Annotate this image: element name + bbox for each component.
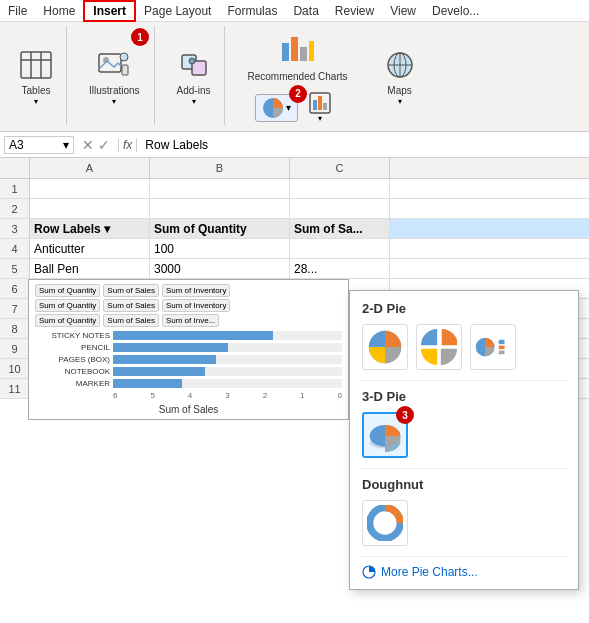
menu-data[interactable]: Data xyxy=(285,2,326,20)
pie-chart-dropdown-button[interactable]: ▾ 2 xyxy=(255,94,298,122)
cell-a5[interactable]: Ball Pen xyxy=(30,259,150,278)
legend-inv: Sum of Inventory xyxy=(162,284,230,297)
tables-label: Tables xyxy=(22,85,51,97)
col-header-b[interactable]: B xyxy=(150,158,290,178)
row-num: 10 xyxy=(0,359,30,378)
cell-ref-arrow: ▾ xyxy=(63,138,69,152)
illustrations-button[interactable]: Illustrations ▾ xyxy=(85,48,144,109)
svg-rect-26 xyxy=(499,340,505,344)
illustrations-icon xyxy=(98,51,130,83)
legend-qty2: Sum of Quantity xyxy=(35,299,100,312)
pie-2d-basic-option[interactable] xyxy=(362,324,408,370)
col-header-a[interactable]: A xyxy=(30,158,150,178)
chart-row-doughnut xyxy=(362,500,566,546)
legend-sales: Sum of Sales xyxy=(103,284,159,297)
ribbon: Tables ▾ 1 Illustrations ▾ xyxy=(0,22,589,132)
tables-icon xyxy=(20,51,52,83)
cell-a2[interactable] xyxy=(30,199,150,218)
menu-file[interactable]: File xyxy=(0,2,35,20)
chart-legend-row3: Sum of Quantity Sum of Sales Sum of Inve… xyxy=(35,314,342,327)
legend-qty: Sum of Quantity xyxy=(35,284,100,297)
maps-label: Maps xyxy=(387,85,411,97)
svg-rect-13 xyxy=(300,47,307,61)
addins-icon xyxy=(178,51,210,83)
svg-line-30 xyxy=(494,352,498,354)
cell-c1[interactable] xyxy=(290,179,390,198)
ribbon-group-maps: Maps ▾ xyxy=(370,26,430,125)
ribbon-group-recommended-charts: Recommended Charts ▾ 2 xyxy=(233,26,361,125)
pie-2d-bar-option[interactable] xyxy=(470,324,516,370)
legend-sales3: Sum of Sales xyxy=(103,314,159,327)
cell-b5[interactable]: 3000 xyxy=(150,259,290,278)
menu-home[interactable]: Home xyxy=(35,2,83,20)
more-pie-charts-link[interactable]: More Pie Charts... xyxy=(362,565,566,579)
legend-inv3: Sum of Inve... xyxy=(162,314,219,327)
addins-button[interactable]: Add-ins ▾ xyxy=(173,48,215,109)
row-num: 8 xyxy=(0,319,30,338)
legend-qty3: Sum of Quantity xyxy=(35,314,100,327)
chart-row-3d: 3 xyxy=(362,412,566,458)
bar-row: PENCIL xyxy=(35,343,342,352)
table-row: 4 Anticutter 100 xyxy=(0,239,589,259)
illustrations-arrow: ▾ xyxy=(112,97,116,106)
doughnut-basic-option[interactable] xyxy=(362,500,408,546)
cell-b1[interactable] xyxy=(150,179,290,198)
bar-row: PAGES (BOX) xyxy=(35,355,342,364)
cell-a3[interactable]: Row Labels ▾ xyxy=(30,219,150,238)
corner-cell xyxy=(0,158,30,178)
formula-confirm-icon[interactable]: ✓ xyxy=(98,137,110,153)
chart-grid-icon xyxy=(309,92,331,114)
cell-c5[interactable]: 28... xyxy=(290,259,390,278)
cell-b3[interactable]: Sum of Quantity xyxy=(150,219,290,238)
bar-row: STICKY NOTES xyxy=(35,331,342,340)
row-num: 2 xyxy=(0,199,30,218)
cell-c4[interactable] xyxy=(290,239,390,258)
menu-bar: File Home Insert Page Layout Formulas Da… xyxy=(0,0,589,22)
addins-label: Add-ins xyxy=(177,85,211,97)
svg-rect-19 xyxy=(323,103,327,110)
menu-review[interactable]: Review xyxy=(327,2,382,20)
addins-arrow: ▾ xyxy=(192,97,196,106)
bar-track xyxy=(113,331,342,340)
bar-label: MARKER xyxy=(35,379,110,388)
cell-a1[interactable] xyxy=(30,179,150,198)
column-headers: A B C xyxy=(0,158,589,179)
row-num: 9 xyxy=(0,339,30,358)
row-num: 7 xyxy=(0,299,30,318)
cell-a4[interactable]: Anticutter xyxy=(30,239,150,258)
menu-insert[interactable]: Insert xyxy=(83,0,136,22)
pie-2d-exploded-option[interactable] xyxy=(416,324,462,370)
more-pie-charts-label: More Pie Charts... xyxy=(381,565,478,579)
ribbon-group-tables: Tables ▾ xyxy=(6,26,67,125)
svg-point-10 xyxy=(189,58,195,64)
badge-3: 3 xyxy=(396,406,414,424)
chart-legend-row2: Sum of Quantity Sum of Sales Sum of Inve… xyxy=(35,299,342,312)
svg-rect-14 xyxy=(309,41,314,61)
table-row: 5 Ball Pen 3000 28... xyxy=(0,259,589,279)
cell-b2[interactable] xyxy=(150,199,290,218)
illustrations-label: Illustrations xyxy=(89,85,140,97)
maps-button[interactable]: Maps ▾ xyxy=(380,48,420,109)
cell-b4[interactable]: 100 xyxy=(150,239,290,258)
menu-page-layout[interactable]: Page Layout xyxy=(136,2,219,20)
formula-cancel-icon[interactable]: ✕ xyxy=(82,137,94,153)
tables-button[interactable]: Tables ▾ xyxy=(16,48,56,109)
cell-reference-box[interactable]: A3 ▾ xyxy=(4,136,74,154)
menu-view[interactable]: View xyxy=(382,2,424,20)
menu-formulas[interactable]: Formulas xyxy=(219,2,285,20)
table-row: 2 xyxy=(0,199,589,219)
col-header-c[interactable]: C xyxy=(290,158,390,178)
row-num: 4 xyxy=(0,239,30,258)
svg-rect-27 xyxy=(499,346,505,350)
menu-develop[interactable]: Develo... xyxy=(424,2,487,20)
section-doughnut: Doughnut xyxy=(362,477,566,492)
bar-fill-blue xyxy=(113,379,182,388)
pie-3d-basic-option[interactable]: 3 xyxy=(362,412,408,458)
formula-input[interactable] xyxy=(141,138,585,152)
cell-c2[interactable] xyxy=(290,199,390,218)
cell-c3[interactable]: Sum of Sa... xyxy=(290,219,390,238)
badge-2: 2 xyxy=(289,85,307,103)
bar-track xyxy=(113,343,342,352)
svg-rect-7 xyxy=(122,65,128,75)
recommended-charts-button[interactable]: Recommended Charts xyxy=(243,30,351,86)
